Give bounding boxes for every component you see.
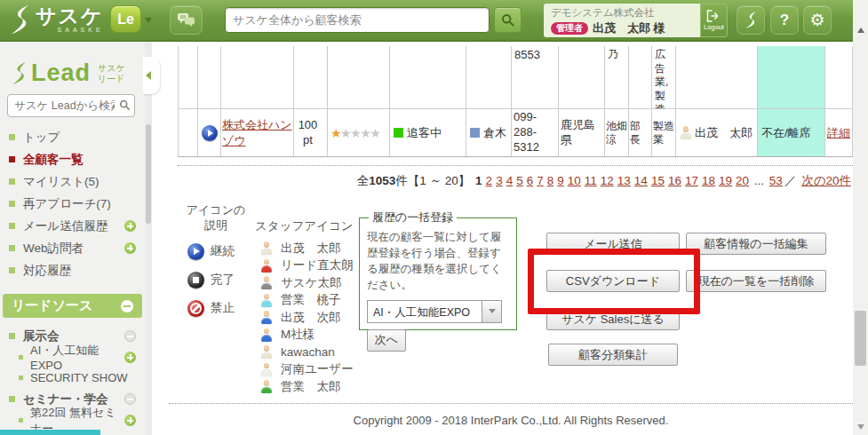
lead-source-section-header[interactable]: リードソース xyxy=(3,294,142,318)
page-scrollbar[interactable] xyxy=(853,0,868,435)
expand-plus-icon[interactable] xyxy=(124,220,136,232)
collapse-minus-icon[interactable] xyxy=(124,393,136,405)
sidebar-item-seminar-22[interactable]: 第22回 無料セミナー xyxy=(0,410,145,431)
sidebar-item-web-visitors[interactable]: Web訪問者 xyxy=(0,237,145,259)
scroll-down-arrow[interactable] xyxy=(853,419,868,435)
expand-plus-icon[interactable] xyxy=(124,242,136,254)
page-link[interactable]: 7 xyxy=(537,174,544,187)
bulk-delete-button[interactable]: 現在の一覧を一括削除 xyxy=(686,270,826,292)
next-page-link[interactable]: 次の20件 xyxy=(801,174,851,187)
role-badge: 管理者 xyxy=(551,22,588,35)
lead-search-input[interactable] xyxy=(7,94,135,117)
cell-person: 倉木 xyxy=(466,109,511,156)
page-link[interactable]: 17 xyxy=(685,174,698,187)
logout-button[interactable]: Logout xyxy=(700,4,728,37)
staff-member-name: 出茂 太郎 xyxy=(281,241,341,257)
collapse-minus-icon[interactable] xyxy=(121,300,133,312)
global-search-button[interactable] xyxy=(494,7,522,33)
staff-member: 河南ユーザー xyxy=(259,361,357,379)
page-link[interactable]: 18 xyxy=(702,174,715,187)
customer-classify-button[interactable]: 顧客分類集計 xyxy=(548,344,678,366)
last-page-link[interactable]: 53 xyxy=(769,174,783,187)
done-stop-icon xyxy=(187,272,204,289)
page-link[interactable]: 16 xyxy=(668,174,681,187)
page-link[interactable]: 12 xyxy=(601,174,614,187)
bullet-icon xyxy=(9,223,15,229)
sidebar-item-ai-expo[interactable]: AI・人工知能EXPO xyxy=(0,347,145,368)
send-to-sales-button[interactable]: サスケ Salesに送る xyxy=(546,308,680,330)
history-type-select[interactable]: AI・人工知能EXPO xyxy=(367,300,502,323)
help-button[interactable]: ? xyxy=(770,5,799,35)
app-switcher-caret-icon[interactable] xyxy=(145,18,152,23)
expand-plus-icon[interactable] xyxy=(124,415,136,426)
staff-member-name: サスケ太郎 xyxy=(281,275,341,291)
page-link[interactable]: 4 xyxy=(506,174,514,187)
sidebar-item-top[interactable]: トップ xyxy=(0,126,145,148)
page-scrollbar-thumb[interactable] xyxy=(855,311,866,366)
page-link[interactable]: 13 xyxy=(617,174,631,187)
lead-logo-sub1: サスケ xyxy=(98,63,125,73)
staff-avatar-icon xyxy=(259,380,273,393)
logout-icon xyxy=(706,10,721,22)
next-button[interactable]: 次へ xyxy=(367,329,406,352)
sidebar-item-label: SECURITY SHOW xyxy=(30,371,128,384)
page-link[interactable]: 19 xyxy=(719,174,732,187)
sidebar-item-mail-history[interactable]: メール送信履歴 xyxy=(0,215,145,237)
page-link[interactable]: 14 xyxy=(634,174,648,187)
person-label: 倉木 xyxy=(483,125,506,141)
pagination-separator: ／ xyxy=(784,174,797,187)
customer-table: 8553 乃 広告業,製造業 株式会社ハンゾウ 100 pt ★★★★★ xyxy=(178,46,853,157)
settings-button[interactable]: ⚙ xyxy=(803,5,832,35)
staff-avatar-icon xyxy=(259,311,273,324)
page-link[interactable]: 8 xyxy=(547,174,554,187)
logo-subtext: SAASKE xyxy=(36,27,104,33)
collapse-minus-icon[interactable] xyxy=(124,330,136,342)
company-link[interactable]: 株式会社ハンゾウ xyxy=(222,117,292,148)
bullet-icon xyxy=(19,376,23,380)
expand-plus-icon[interactable] xyxy=(124,352,136,363)
cell-staff: 出茂 太郎 xyxy=(675,109,757,156)
staff-name: 出茂 太郎 xyxy=(695,125,753,141)
cell-company: 株式会社ハンゾウ xyxy=(220,109,293,156)
chat-button[interactable] xyxy=(170,5,203,35)
staff-member-name: リード直太朗 xyxy=(281,257,354,273)
gear-icon: ⚙ xyxy=(809,12,824,28)
lead-logo[interactable]: Lead サスケ リード xyxy=(11,59,145,87)
cell-status-icon xyxy=(197,46,220,108)
page-link[interactable]: 15 xyxy=(651,174,665,187)
sasuke-home-button[interactable] xyxy=(737,5,765,35)
lead-app-badge[interactable]: Le xyxy=(110,5,141,33)
cell-person xyxy=(466,46,511,108)
mail-send-button[interactable]: メール送信 xyxy=(546,233,680,255)
page-link[interactable]: 20 xyxy=(736,174,749,187)
select-dropdown-button[interactable] xyxy=(482,301,501,322)
forbidden-ban-icon xyxy=(187,300,204,317)
page-link[interactable]: 5 xyxy=(516,174,523,187)
presence-value: 不在/離席 xyxy=(761,125,811,141)
csv-download-button[interactable]: CSVダウンロード xyxy=(546,270,680,292)
page-link[interactable]: 11 xyxy=(585,174,597,187)
staff-legend: スタッフアイコン 出茂 太郎 リード直太朗 サスケ太郎 営業 桃子 出茂 次郎 … xyxy=(255,218,357,396)
page-link[interactable]: 6 xyxy=(527,174,534,187)
page-link[interactable]: 10 xyxy=(568,174,581,187)
star-empty-icons: ★★★★ xyxy=(340,126,379,140)
page-link[interactable]: 3 xyxy=(496,174,503,187)
bulk-edit-button[interactable]: 顧客情報の一括編集 xyxy=(686,233,826,255)
detail-link[interactable]: 詳細 xyxy=(827,125,850,141)
sidebar-item-reapproach[interactable]: 再アプローチ(7) xyxy=(0,193,145,215)
sidebar-item-all-customers[interactable]: 全顧客一覧 xyxy=(0,148,145,170)
legend-item-forbidden: 禁止 xyxy=(187,298,251,318)
scroll-up-arrow[interactable] xyxy=(853,22,868,38)
sasuke-logo[interactable]: サスケ SAASKE xyxy=(9,4,104,35)
sidebar-item-response-history[interactable]: 対応履歴 xyxy=(0,259,145,281)
sidebar-item-my-list[interactable]: マイリスト(5) xyxy=(0,170,145,193)
global-search-input[interactable] xyxy=(225,7,490,33)
page-link[interactable]: 9 xyxy=(557,174,564,187)
sidebar-collapse-tab[interactable] xyxy=(143,57,160,94)
sidebar-scrollbar[interactable] xyxy=(145,42,152,435)
page-link[interactable]: 2 xyxy=(486,174,493,187)
sidebar-item-label: メール送信履歴 xyxy=(23,218,108,234)
sidebar-scrollbar-thumb[interactable] xyxy=(146,124,151,224)
staff-member: サスケ太郎 xyxy=(259,274,357,292)
sidebar-item-security-show[interactable]: SECURITY SHOW xyxy=(0,368,145,388)
